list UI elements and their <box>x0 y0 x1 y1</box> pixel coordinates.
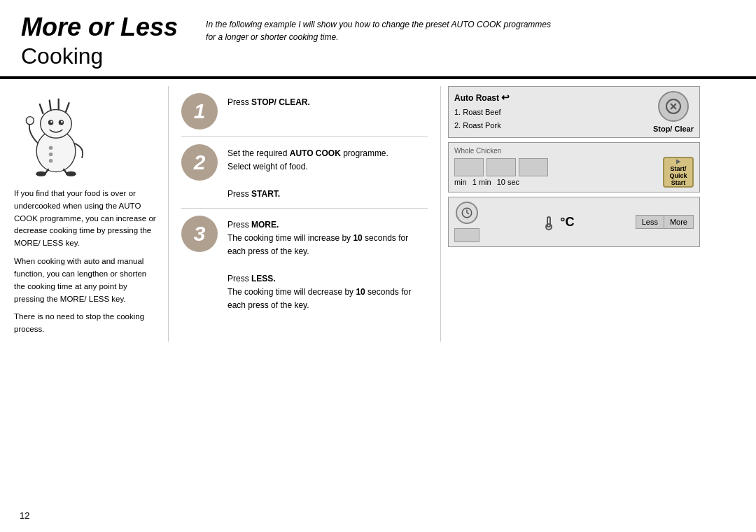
clock-icon <box>461 206 473 219</box>
step-3-text: Press MORE. The cooking time will increa… <box>227 216 428 312</box>
svg-point-13 <box>36 172 46 176</box>
left-text-block: If you find that your food is over or un… <box>14 188 158 336</box>
svg-point-15 <box>26 117 34 125</box>
svg-line-22 <box>467 213 469 214</box>
step-1-circle: 1 <box>181 93 218 130</box>
min-button[interactable] <box>454 158 484 176</box>
main-title: More or Less <box>21 13 178 42</box>
list-item: 1. Roast Beef <box>454 106 510 119</box>
svg-rect-24 <box>547 217 550 227</box>
thermometer-icon <box>540 214 557 230</box>
left-para-1: If you find that your food is over or un… <box>14 188 158 250</box>
start-label: Start/Quick Start <box>664 165 692 186</box>
panel-1-list: 1. Roast Beef 2. Roast Pork <box>454 106 510 132</box>
panel-1-title: Auto Roast ↩ <box>454 92 510 103</box>
mascot-image <box>14 86 98 177</box>
left-para-2: When cooking with auto and manual functi… <box>14 255 158 305</box>
time-input-buttons <box>454 158 548 176</box>
less-more-buttons: Less More <box>636 215 694 229</box>
header-description: In the following example I will show you… <box>206 13 556 43</box>
svg-line-2 <box>40 104 43 113</box>
time-label-min: min <box>454 178 467 186</box>
step-3-row: 3 Press MORE. The cooking time will incr… <box>181 209 428 319</box>
stop-clear-label: Stop/ Clear <box>653 125 694 133</box>
start-quick-start-button[interactable]: Start/Quick Start <box>663 157 694 188</box>
page-header: More or Less Cooking In the following ex… <box>0 0 756 76</box>
1min-button[interactable] <box>486 158 516 176</box>
subtitle: Cooking <box>21 43 178 69</box>
panel-2: Whole Chicken min 1 min 10 sec <box>448 142 700 192</box>
svg-point-1 <box>41 109 72 138</box>
title-block: More or Less Cooking <box>21 13 178 69</box>
panel-2-top-text: Whole Chicken <box>454 147 694 155</box>
step-2-row: 2 Set the required AUTO COOK programme. … <box>181 137 428 209</box>
step-2-text: Set the required AUTO COOK programme. Se… <box>227 144 388 201</box>
panel-1: Auto Roast ↩ 1. Roast Beef 2. Roast Pork <box>448 86 700 138</box>
panel-3: °C Less More <box>448 197 700 247</box>
time-labels: min 1 min 10 sec <box>454 178 548 186</box>
timer-circle-icon <box>456 202 478 224</box>
step-2-circle: 2 <box>181 144 218 181</box>
step-1-text: Press STOP/ CLEAR. <box>227 93 310 109</box>
stop-clear-button[interactable] <box>658 91 689 122</box>
start-icon <box>671 158 685 165</box>
arrow-icon: ↩ <box>501 92 510 103</box>
svg-point-10 <box>49 146 53 150</box>
page-number: 12 <box>20 510 29 521</box>
less-button[interactable]: Less <box>636 216 664 228</box>
time-label-10sec: 10 sec <box>497 178 519 186</box>
left-para-3: There is no need to stop the cooking pro… <box>14 311 158 336</box>
svg-line-5 <box>66 103 69 112</box>
svg-line-3 <box>50 100 51 110</box>
list-item: 2. Roast Pork <box>454 119 510 132</box>
main-content: If you find that your food is over or un… <box>0 79 756 349</box>
less-more-row: °C Less More <box>454 202 694 242</box>
10sec-button[interactable] <box>519 158 548 176</box>
step-1-row: 1 Press STOP/ CLEAR. <box>181 86 428 137</box>
svg-marker-19 <box>676 160 681 164</box>
svg-point-12 <box>49 159 53 163</box>
svg-point-14 <box>66 172 76 176</box>
display-box <box>454 228 479 242</box>
more-button[interactable]: More <box>664 216 693 228</box>
middle-column: 1 Press STOP/ CLEAR. 2 Set the required … <box>168 86 441 342</box>
step-3-circle: 3 <box>181 216 218 252</box>
right-column: Auto Roast ↩ 1. Roast Beef 2. Roast Pork <box>441 86 700 342</box>
stop-icon <box>665 98 682 115</box>
svg-point-9 <box>61 121 63 123</box>
svg-point-11 <box>49 153 53 157</box>
time-label-1min: 1 min <box>472 178 491 186</box>
left-column: If you find that your food is over or un… <box>14 86 168 342</box>
degree-symbol: °C <box>560 215 574 230</box>
temperature-display: °C <box>540 214 574 230</box>
svg-point-8 <box>50 121 52 123</box>
